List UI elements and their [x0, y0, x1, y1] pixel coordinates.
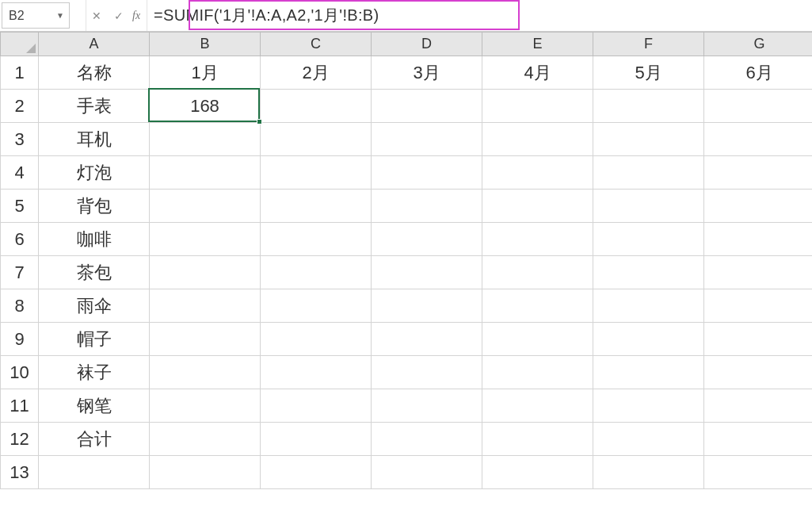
cell[interactable] — [150, 123, 261, 156]
row-header[interactable]: 11 — [1, 389, 39, 423]
cell[interactable]: 咖啡 — [39, 223, 150, 256]
cell[interactable] — [150, 389, 261, 423]
cell[interactable] — [593, 389, 704, 423]
cell[interactable]: 茶包 — [39, 256, 150, 289]
row-header[interactable]: 9 — [1, 323, 39, 356]
cell[interactable] — [704, 323, 813, 356]
row-header[interactable]: 2 — [1, 90, 39, 123]
cell[interactable] — [482, 90, 593, 123]
cell[interactable] — [261, 223, 372, 256]
cell[interactable]: 帽子 — [39, 323, 150, 356]
cell[interactable] — [482, 423, 593, 456]
cell[interactable] — [482, 389, 593, 423]
cell[interactable] — [261, 356, 372, 389]
cell[interactable] — [593, 323, 704, 356]
cell[interactable] — [593, 123, 704, 156]
cell[interactable]: 6月 — [704, 56, 813, 90]
formula-input[interactable]: =SUMIF('1月'!A:A,A2,'1月'!B:B) — [147, 0, 812, 31]
cell[interactable]: 灯泡 — [39, 156, 150, 190]
cell[interactable] — [704, 256, 813, 289]
cell[interactable] — [593, 90, 704, 123]
chevron-down-icon[interactable]: ▼ — [56, 11, 64, 20]
cell[interactable] — [261, 323, 372, 356]
cell[interactable] — [150, 323, 261, 356]
cell[interactable] — [261, 123, 372, 156]
cell[interactable] — [372, 190, 482, 223]
cell[interactable]: 耳机 — [39, 123, 150, 156]
cell[interactable] — [372, 423, 482, 456]
cell[interactable] — [704, 90, 813, 123]
cell[interactable] — [261, 289, 372, 323]
cell[interactable]: 钢笔 — [39, 389, 150, 423]
cell[interactable] — [704, 190, 813, 223]
cell[interactable] — [704, 156, 813, 190]
cell[interactable] — [150, 356, 261, 389]
cell[interactable]: 手表 — [39, 90, 150, 123]
col-header[interactable]: G — [704, 33, 813, 56]
cell[interactable] — [704, 456, 813, 489]
cell[interactable]: 3月 — [372, 56, 482, 90]
row-header[interactable]: 6 — [1, 223, 39, 256]
cell[interactable] — [704, 289, 813, 323]
cell[interactable] — [593, 223, 704, 256]
cell[interactable]: 背包 — [39, 190, 150, 223]
cancel-button[interactable]: ✕ — [91, 10, 102, 22]
cell[interactable] — [704, 356, 813, 389]
cell[interactable] — [482, 223, 593, 256]
cell[interactable]: 袜子 — [39, 356, 150, 389]
name-box[interactable]: B2 ▼ — [2, 2, 70, 29]
row-header[interactable]: 8 — [1, 289, 39, 323]
col-header[interactable]: C — [261, 33, 372, 56]
row-header[interactable]: 12 — [1, 423, 39, 456]
cell[interactable] — [261, 389, 372, 423]
cell[interactable] — [372, 156, 482, 190]
cell[interactable] — [261, 423, 372, 456]
cell[interactable] — [261, 156, 372, 190]
cell[interactable] — [704, 389, 813, 423]
cell[interactable] — [593, 289, 704, 323]
col-header[interactable]: A — [39, 33, 150, 56]
cell[interactable] — [372, 123, 482, 156]
confirm-button[interactable]: ✓ — [113, 10, 124, 22]
cell[interactable] — [372, 223, 482, 256]
cell[interactable] — [261, 256, 372, 289]
cell[interactable] — [372, 323, 482, 356]
cell[interactable] — [482, 356, 593, 389]
cell[interactable] — [261, 90, 372, 123]
cell[interactable] — [372, 456, 482, 489]
select-all-corner[interactable] — [1, 33, 39, 56]
cell[interactable] — [150, 156, 261, 190]
cell[interactable] — [593, 356, 704, 389]
cell[interactable] — [150, 289, 261, 323]
cell[interactable] — [593, 423, 704, 456]
cell[interactable] — [482, 289, 593, 323]
cell[interactable] — [372, 256, 482, 289]
cell[interactable] — [704, 423, 813, 456]
cell[interactable] — [150, 256, 261, 289]
cell[interactable] — [482, 256, 593, 289]
row-header[interactable]: 7 — [1, 256, 39, 289]
cell[interactable] — [593, 456, 704, 489]
cell[interactable]: 5月 — [593, 56, 704, 90]
cell[interactable] — [372, 90, 482, 123]
cell[interactable]: 4月 — [482, 56, 593, 90]
cell[interactable] — [39, 456, 150, 489]
cell[interactable]: 168 — [150, 90, 261, 123]
row-header[interactable]: 5 — [1, 190, 39, 223]
cell[interactable]: 名称 — [39, 56, 150, 90]
col-header[interactable]: E — [482, 33, 593, 56]
cell[interactable] — [150, 223, 261, 256]
cell[interactable]: 1月 — [150, 56, 261, 90]
cell[interactable] — [593, 156, 704, 190]
cell[interactable] — [372, 289, 482, 323]
row-header[interactable]: 10 — [1, 356, 39, 389]
row-header[interactable]: 13 — [1, 456, 39, 489]
col-header[interactable]: D — [372, 33, 482, 56]
cell[interactable] — [593, 190, 704, 223]
cell[interactable]: 合计 — [39, 423, 150, 456]
cell[interactable] — [150, 423, 261, 456]
cell[interactable] — [482, 323, 593, 356]
cell[interactable] — [704, 223, 813, 256]
cell[interactable]: 2月 — [261, 56, 372, 90]
cell[interactable] — [482, 456, 593, 489]
